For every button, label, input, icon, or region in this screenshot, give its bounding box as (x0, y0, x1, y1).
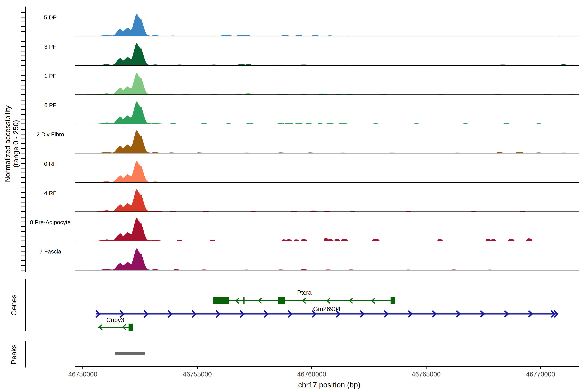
gene-annotations: PtcraGm26904Cnpy3 (96, 289, 558, 331)
accessibility-axis-tick (21, 80, 25, 81)
accessibility-axis-tick (21, 173, 25, 173)
accessibility-axis-tick (21, 60, 25, 61)
track-baseline-3-pf (75, 65, 579, 66)
accessibility-axis-tick (21, 153, 25, 153)
accessibility-axis-tick (21, 119, 25, 120)
accessibility-axis-tick (21, 94, 25, 95)
accessibility-axis-tick (21, 226, 25, 227)
x-axis-ticks: 4675000046755000467600004676500046770000 (68, 367, 555, 378)
gene-ptcra: Ptcra (213, 289, 395, 304)
accessibility-axis-tick (21, 143, 25, 144)
accessibility-axis-tick (21, 36, 25, 36)
accessibility-axis-tick (21, 12, 25, 13)
gene-cnpy3-exon (128, 324, 133, 331)
accessibility-axis-tick (21, 41, 25, 42)
track-area-3-pf (76, 43, 578, 66)
accessibility-axis-tick (21, 26, 25, 27)
accessibility-axis-tick (21, 197, 25, 198)
accessibility-axis-tick (21, 138, 25, 139)
track-area-2-div-fibro (76, 130, 566, 153)
x-axis-title: chr17 position (bp) (298, 380, 360, 389)
accessibility-axis-tick (21, 206, 25, 207)
accessibility-axis-tick (21, 65, 25, 66)
x-axis-tick (426, 367, 426, 369)
peaks-bracket-line (25, 341, 26, 368)
track-label-6-pf: 6 PF (44, 102, 56, 108)
accessibility-axis-tick (21, 114, 25, 115)
gene-ptcra-label: Ptcra (297, 289, 312, 296)
accessibility-axis-tick (21, 75, 25, 76)
accessibility-axis-tick (21, 182, 25, 183)
accessibility-axis-tick (21, 129, 25, 130)
track-baseline-2-div-fibro (75, 153, 579, 153)
accessibility-axis-tick (21, 270, 25, 270)
accessibility-axis-tick (21, 240, 25, 241)
gene-ptcra-exon (243, 297, 244, 304)
accessibility-axis-tick (21, 231, 25, 232)
track-label-2-div-fibro: 2 Div Fibro (36, 131, 64, 138)
accessibility-axis-tick (21, 134, 25, 134)
accessibility-axis-tick (21, 158, 25, 159)
gene-cnpy3: Cnpy3 (98, 316, 133, 331)
gene-gm26904-label: Gm26904 (313, 306, 340, 312)
accessibility-axis-tick (21, 192, 25, 193)
accessibility-axis-tick (21, 31, 25, 32)
accessibility-axis-tick (21, 104, 25, 105)
track-label-4-rf: 4 RF (44, 190, 56, 196)
track-baseline-1-pf (75, 94, 579, 95)
track-label-3-pf: 3 PF (44, 44, 56, 50)
x-axis-tick (311, 367, 312, 369)
gene-ptcra-exon (213, 297, 229, 304)
x-axis-tick-label: 46760000 (297, 370, 326, 378)
accessibility-axis-tick (21, 168, 25, 168)
accessibility-axis-tick (21, 202, 25, 202)
track-area-5-dp (76, 14, 563, 36)
accessibility-axis-tick (21, 222, 25, 222)
x-axis-line (75, 366, 579, 367)
accessibility-axis-tick (21, 100, 25, 100)
gene-cnpy3-label: Cnpy3 (106, 316, 124, 324)
track-area-6-pf (76, 102, 542, 124)
accessibility-axis-tick (21, 51, 25, 52)
accessibility-axis-tick (21, 109, 25, 110)
track-label-7-fascia: 7 Fascia (40, 248, 61, 255)
gene-gm26904-body-line (96, 314, 558, 314)
peak-bar (115, 352, 145, 355)
track-baseline-8-pre-adipocyte (75, 241, 579, 241)
accessibility-axis-tick (21, 236, 25, 236)
track-baseline-6-pf (75, 124, 579, 124)
accessibility-axis-tick (21, 56, 25, 56)
x-axis: chr17 position (bp) (75, 366, 579, 389)
genome-coverage-figure: Normalized accessibility (range 0 - 250)… (0, 0, 588, 392)
track-baseline-7-fascia (75, 270, 579, 270)
track-baseline-4-rf (75, 212, 579, 212)
y-axis-label-line1: Normalized accessibility (4, 105, 12, 182)
accessibility-axis-tick (21, 124, 25, 124)
x-axis-tick-label: 46765000 (412, 370, 441, 378)
peaks-section: Peaks (10, 341, 26, 368)
gene-ptcra-exon (278, 297, 285, 304)
accessibility-axis-tick (21, 178, 25, 178)
track-label-8-pre-adipocyte: 8 Pre-Adipocyte (30, 219, 70, 226)
x-axis-tick (540, 367, 541, 369)
track-baseline-5-dp (75, 36, 579, 36)
track-label-0-rf: 0 RF (44, 160, 56, 167)
x-axis-tick-label: 46750000 (68, 370, 97, 378)
accessibility-axis-tick (21, 90, 25, 90)
genes-bracket-line (25, 279, 26, 331)
x-axis-tick-label: 46770000 (526, 370, 555, 378)
y-axis-label-line2: (range 0 - 250) (12, 120, 20, 168)
track-area-8-pre-adipocyte (76, 218, 533, 241)
accessibility-axis-tick (21, 256, 25, 256)
accessibility-axis-tick (21, 163, 25, 164)
accessibility-axis-tick (21, 70, 25, 71)
genes-section: Genes (10, 279, 26, 331)
track-label-1-pf: 1 PF (44, 73, 56, 79)
x-axis-tick (197, 367, 198, 369)
gene-cnpy3-body-line (98, 327, 133, 328)
track-baseline-0-rf (75, 182, 579, 183)
track-area-0-rf (76, 161, 564, 182)
x-axis-tick-label: 46755000 (183, 370, 212, 378)
track-label-5-dp: 5 DP (44, 14, 57, 20)
accessibility-axis-tick (21, 217, 25, 218)
